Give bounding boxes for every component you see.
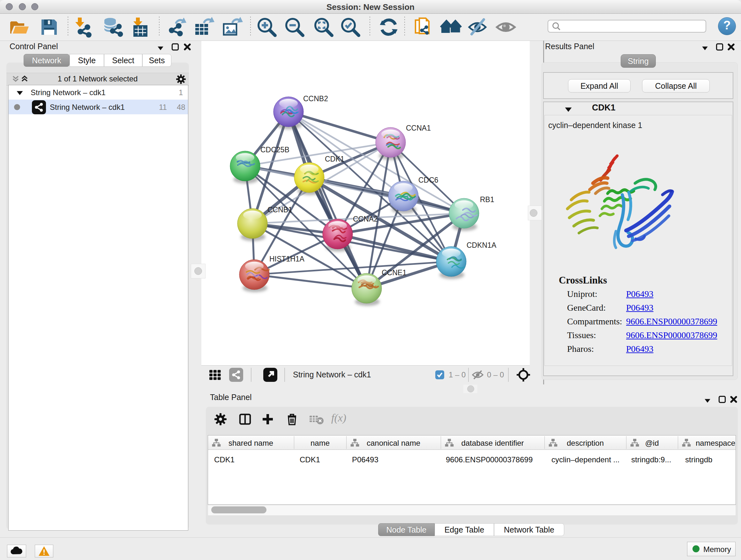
svg-text:HIST1H1A: HIST1H1A <box>269 255 305 263</box>
svg-text:CCNA1: CCNA1 <box>406 124 431 132</box>
svg-text:CCNA2: CCNA2 <box>353 215 378 223</box>
svg-text:CCNB2: CCNB2 <box>303 95 328 103</box>
svg-text:CDC25B: CDC25B <box>260 145 289 154</box>
svg-text:CDK1: CDK1 <box>325 155 344 163</box>
svg-text:CCNB1: CCNB1 <box>267 206 292 214</box>
svg-text:CDC6: CDC6 <box>418 176 439 184</box>
svg-text:RB1: RB1 <box>480 195 494 204</box>
svg-text:CDKN1A: CDKN1A <box>467 241 496 249</box>
svg-text:CCNE1: CCNE1 <box>382 268 407 277</box>
